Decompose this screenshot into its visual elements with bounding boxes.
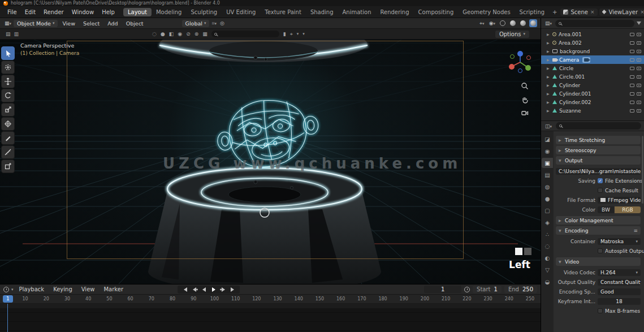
tool-add-cube[interactable]: [1, 159, 15, 173]
viewlayer-selector[interactable]: ViewLayer ×: [599, 8, 644, 16]
tool-select-box[interactable]: [1, 46, 15, 60]
tab-physics-properties[interactable]: ◌: [542, 241, 553, 251]
render-visibility-icon[interactable]: [637, 58, 641, 62]
menu-file[interactable]: File: [3, 8, 21, 16]
outliner-row-cylinder002[interactable]: ▶ Cylinder.002: [541, 98, 644, 106]
tool-copy-icon[interactable]: ▤: [6, 31, 11, 37]
timeline-editor-icon[interactable]: [3, 287, 9, 292]
playhead[interactable]: 1: [3, 295, 13, 303]
start-frame-field[interactable]: Start1: [473, 286, 502, 293]
viewport-visibility-icon[interactable]: [630, 33, 634, 36]
timeline-editor-caret-icon[interactable]: ▾: [11, 287, 14, 292]
render-visibility-icon[interactable]: [637, 75, 641, 79]
tool-cursor[interactable]: [1, 61, 15, 74]
snap-magnet-icon[interactable]: ⌗▾: [210, 20, 218, 27]
panel-encoding[interactable]: ▼ Encoding ≡: [556, 226, 641, 235]
scene-unlink-icon[interactable]: ×: [590, 9, 595, 15]
falloff-random-icon[interactable]: ▦: [202, 31, 208, 37]
ceiling-emitter[interactable]: [159, 40, 368, 62]
mode-dropdown[interactable]: Object Mode▾: [14, 20, 58, 27]
render-visibility-icon[interactable]: [637, 101, 641, 104]
tab-modeling[interactable]: Modeling: [152, 8, 187, 16]
viewport-visibility-icon[interactable]: [630, 41, 634, 45]
outliner-search-input[interactable]: [555, 20, 634, 27]
tool-rotate[interactable]: [1, 89, 15, 102]
viewport-visibility-icon[interactable]: [630, 67, 634, 70]
options-button[interactable]: Options▾: [495, 31, 529, 38]
outliner-row-background[interactable]: ▶ background: [541, 47, 644, 55]
playhead-line[interactable]: [7, 304, 8, 332]
expand-icon[interactable]: ▶: [547, 58, 550, 62]
target-icon[interactable]: ⌖: [290, 31, 293, 37]
prev-keyframe-button[interactable]: [190, 286, 198, 293]
render-visibility-icon[interactable]: [637, 84, 641, 87]
gizmo-handle-circle[interactable]: [260, 208, 269, 217]
shading-rendered-icon[interactable]: [529, 19, 537, 27]
outliner-row-area002[interactable]: ▶ Area.002: [541, 38, 644, 47]
pan-hand-icon[interactable]: [519, 94, 530, 105]
tab-shading[interactable]: Shading: [306, 8, 338, 16]
render-visibility-icon[interactable]: [637, 67, 641, 70]
properties-editor-icon[interactable]: ◫▾: [544, 123, 553, 129]
scene-selector[interactable]: Scene ×: [560, 8, 597, 16]
tab-data-properties[interactable]: ▽: [542, 265, 553, 275]
tab-rendering[interactable]: Rendering: [375, 8, 413, 16]
tab-tool-properties[interactable]: ◪: [542, 134, 553, 144]
menu-add[interactable]: Add: [104, 20, 121, 27]
tab-render-properties[interactable]: ◉: [542, 146, 553, 156]
jump-to-end-button[interactable]: [228, 286, 237, 293]
menu-view-timeline[interactable]: View: [78, 286, 98, 293]
play-reverse-button[interactable]: [200, 286, 208, 293]
expand-icon[interactable]: ▶: [547, 49, 550, 53]
navigation-gizmo[interactable]: [508, 50, 533, 75]
viewport-visibility-icon[interactable]: [630, 84, 634, 87]
tab-layout[interactable]: Layout: [123, 8, 152, 16]
timeline-tracks[interactable]: [0, 304, 541, 332]
color-bw-button[interactable]: BW: [598, 206, 614, 213]
platform-cylinder[interactable]: [148, 168, 381, 284]
menu-marker[interactable]: Marker: [100, 286, 127, 293]
cache-result-checkbox[interactable]: [598, 188, 603, 193]
tab-compositing[interactable]: Compositing: [414, 8, 459, 16]
tab-animation[interactable]: Animation: [338, 8, 376, 16]
shading-wireframe-icon[interactable]: [499, 19, 507, 27]
tab-material-properties[interactable]: ◒: [542, 277, 553, 287]
outliner-row-cylinder001[interactable]: ▶ Cylinder.001: [541, 89, 644, 98]
outliner-row-circle[interactable]: ▶ Circle: [541, 64, 644, 72]
tool-search-field[interactable]: [211, 31, 279, 37]
falloff-sphere-icon[interactable]: ●: [161, 31, 165, 37]
editor-type-icon[interactable]: ▦▾: [3, 20, 12, 26]
tab-particle-properties[interactable]: ∴: [542, 229, 553, 239]
active-camera-chip[interactable]: [582, 57, 590, 63]
tab-texture-paint[interactable]: Texture Paint: [260, 8, 306, 16]
presets-menu-icon[interactable]: ≡: [633, 228, 638, 234]
falloff-sharp-icon[interactable]: ◉: [178, 31, 182, 37]
zoom-icon[interactable]: [519, 80, 530, 92]
menu-window[interactable]: Window: [68, 8, 98, 16]
expand-icon[interactable]: ▶: [547, 109, 550, 113]
output-path-field[interactable]: C:\Users\Nilya...gram\mistastoleat: [556, 168, 641, 175]
panel-time-stretching[interactable]: ▶ Time Stretching: [556, 136, 641, 144]
panel-color-management[interactable]: ▶ Color Management: [556, 216, 641, 225]
add-workspace-button[interactable]: +: [549, 8, 560, 16]
menu-select[interactable]: Select: [80, 20, 103, 27]
panel-stereoscopy[interactable]: ▶ Stereoscopy: [556, 146, 641, 154]
frame-clock-icon[interactable]: [464, 287, 470, 292]
panel-video[interactable]: ▼ Video: [556, 257, 641, 266]
render-visibility-icon[interactable]: [637, 92, 641, 96]
autosplit-checkbox[interactable]: [598, 248, 603, 253]
menu-view[interactable]: View: [59, 20, 79, 27]
tool-measure[interactable]: [1, 145, 15, 159]
camera-view-icon[interactable]: [519, 107, 530, 119]
expand-icon[interactable]: ▶: [547, 66, 550, 70]
tab-view-layer-properties[interactable]: ▤: [542, 170, 553, 180]
tool-annotate[interactable]: [1, 131, 15, 145]
falloff-linear-icon[interactable]: ⊘: [186, 31, 191, 37]
end-frame-field[interactable]: End250: [504, 286, 537, 293]
tab-world-properties[interactable]: ●: [542, 193, 553, 204]
falloff-smooth-icon[interactable]: ◌: [152, 31, 157, 37]
tab-scripting[interactable]: Scripting: [515, 8, 549, 16]
color-rgb-button[interactable]: RGB: [615, 206, 641, 213]
file-extensions-checkbox[interactable]: ✓: [598, 178, 603, 183]
video-codec-dropdown[interactable]: H.264▾: [598, 269, 641, 276]
